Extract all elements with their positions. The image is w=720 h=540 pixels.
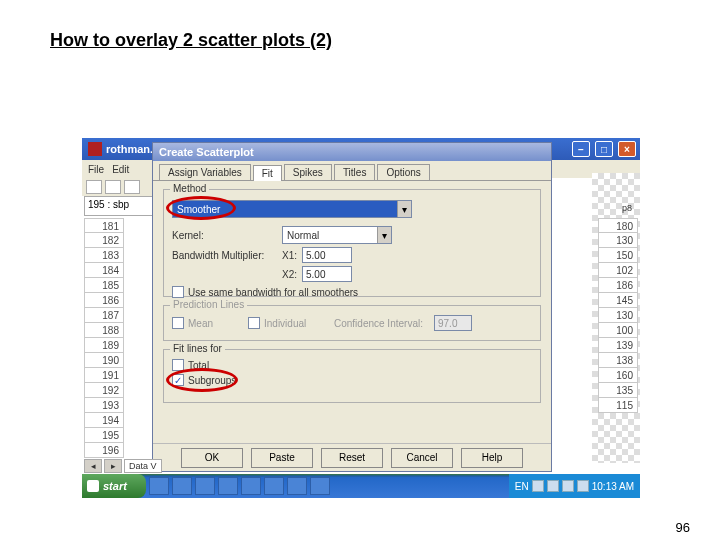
method-group: Method Smoother ▾ Kernel: Normal ▾ Bandw… xyxy=(163,189,541,297)
data-cell[interactable]: 115 xyxy=(598,398,638,413)
tray-icon[interactable] xyxy=(532,480,544,492)
data-cell[interactable]: 139 xyxy=(598,338,638,353)
taskbar-item[interactable] xyxy=(264,477,284,495)
row-header[interactable]: 193 xyxy=(84,398,124,413)
menu-edit[interactable]: Edit xyxy=(112,164,129,175)
fit-lines-title: Fit lines for xyxy=(170,343,225,354)
close-button[interactable]: × xyxy=(618,141,636,157)
individual-label: Individual xyxy=(264,318,334,329)
tab-titles[interactable]: Titles xyxy=(334,164,376,180)
tab-fit[interactable]: Fit xyxy=(253,165,282,181)
data-cell[interactable]: 102 xyxy=(598,263,638,278)
row-header[interactable]: 190 xyxy=(84,353,124,368)
row-header[interactable]: 183 xyxy=(84,248,124,263)
data-cell[interactable]: 130 xyxy=(598,233,638,248)
data-cell[interactable]: 130 xyxy=(598,308,638,323)
minimize-button[interactable]: – xyxy=(572,141,590,157)
row-header[interactable]: 185 xyxy=(84,278,124,293)
row-header[interactable]: 195 xyxy=(84,428,124,443)
total-checkbox[interactable] xyxy=(172,359,184,371)
dialog-buttons: OK Paste Reset Cancel Help xyxy=(153,443,551,471)
individual-checkbox xyxy=(248,317,260,329)
method-combo-value: Smoother xyxy=(177,204,220,215)
paste-button[interactable]: Paste xyxy=(251,448,313,468)
x1-input[interactable]: 5.00 xyxy=(302,247,352,263)
maximize-button[interactable]: □ xyxy=(595,141,613,157)
cancel-button[interactable]: Cancel xyxy=(391,448,453,468)
total-label: Total xyxy=(188,360,209,371)
data-view-tab[interactable]: Data V xyxy=(124,459,162,473)
tab-spikes[interactable]: Spikes xyxy=(284,164,332,180)
tab-options[interactable]: Options xyxy=(377,164,429,180)
x1-label: X1: xyxy=(282,250,302,261)
chevron-down-icon[interactable]: ▾ xyxy=(377,227,391,243)
same-bandwidth-checkbox[interactable] xyxy=(172,286,184,298)
taskbar-item[interactable] xyxy=(172,477,192,495)
ok-button[interactable]: OK xyxy=(181,448,243,468)
taskbar-item[interactable] xyxy=(310,477,330,495)
x2-input[interactable]: 5.00 xyxy=(302,266,352,282)
data-cell[interactable]: 180 xyxy=(598,218,638,233)
taskbar-item[interactable] xyxy=(149,477,169,495)
row-header[interactable]: 188 xyxy=(84,323,124,338)
tab-assign-variables[interactable]: Assign Variables xyxy=(159,164,251,180)
same-bandwidth-label: Use same bandwidth for all smoothers xyxy=(188,287,358,298)
row-header[interactable]: 184 xyxy=(84,263,124,278)
subgroups-checkbox[interactable]: ✓ xyxy=(172,374,184,386)
data-cell[interactable]: 160 xyxy=(598,368,638,383)
taskbar-item[interactable] xyxy=(195,477,215,495)
data-cell[interactable]: 135 xyxy=(598,383,638,398)
save-icon[interactable] xyxy=(105,180,121,194)
view-btn-1[interactable]: ◂ xyxy=(84,459,102,473)
volume-icon[interactable] xyxy=(577,480,589,492)
data-cell[interactable]: 100 xyxy=(598,323,638,338)
mean-checkbox xyxy=(172,317,184,329)
prediction-lines-group: Prediction Lines Mean Individual Confide… xyxy=(163,305,541,341)
row-header[interactable]: 181 xyxy=(84,218,124,233)
data-cell[interactable]: 150 xyxy=(598,248,638,263)
chevron-down-icon[interactable]: ▾ xyxy=(397,201,411,217)
kernel-combo-value: Normal xyxy=(287,230,319,241)
prediction-lines-title: Prediction Lines xyxy=(170,299,247,310)
start-label: start xyxy=(103,480,127,492)
mean-label: Mean xyxy=(188,318,248,329)
reset-button[interactable]: Reset xyxy=(321,448,383,468)
method-combo[interactable]: Smoother ▾ xyxy=(172,200,412,218)
row-header[interactable]: 187 xyxy=(84,308,124,323)
create-scatterplot-dialog: Create Scatterplot Assign Variables Fit … xyxy=(152,142,552,472)
taskbar-item[interactable] xyxy=(241,477,261,495)
row-header[interactable]: 182 xyxy=(84,233,124,248)
kernel-label: Kernel: xyxy=(172,230,282,241)
print-icon[interactable] xyxy=(124,180,140,194)
dialog-tabs: Assign Variables Fit Spikes Titles Optio… xyxy=(153,161,551,181)
taskbar-item[interactable] xyxy=(218,477,238,495)
tray-icon[interactable] xyxy=(547,480,559,492)
clock[interactable]: 10:13 AM xyxy=(592,481,634,492)
help-button[interactable]: Help xyxy=(461,448,523,468)
lang-indicator[interactable]: EN xyxy=(515,481,529,492)
bandwidth-label: Bandwidth Multiplier: xyxy=(172,250,282,261)
menu-file[interactable]: File xyxy=(88,164,104,175)
cell-indicator: 195 : sbp xyxy=(84,196,156,216)
taskbar-item[interactable] xyxy=(287,477,307,495)
row-header[interactable]: 186 xyxy=(84,293,124,308)
open-icon[interactable] xyxy=(86,180,102,194)
tray-icon[interactable] xyxy=(562,480,574,492)
data-cell[interactable]: 145 xyxy=(598,293,638,308)
row-header[interactable]: 196 xyxy=(84,443,124,458)
method-group-title: Method xyxy=(170,183,209,194)
row-header[interactable]: 191 xyxy=(84,368,124,383)
row-header[interactable]: 189 xyxy=(84,338,124,353)
kernel-combo[interactable]: Normal ▾ xyxy=(282,226,392,244)
start-button[interactable]: start xyxy=(82,474,146,498)
windows-logo-icon xyxy=(87,480,99,492)
column-header-p8[interactable]: p8 xyxy=(622,203,632,213)
slide-title: How to overlay 2 scatter plots (2) xyxy=(50,30,332,51)
row-header[interactable]: 194 xyxy=(84,413,124,428)
row-header[interactable]: 192 xyxy=(84,383,124,398)
data-cell[interactable]: 138 xyxy=(598,353,638,368)
spss-icon xyxy=(88,142,102,156)
view-btn-2[interactable]: ▸ xyxy=(104,459,122,473)
data-cell[interactable]: 186 xyxy=(598,278,638,293)
screenshot-area: rothman.s – □ × File Edit 195 : sbp 181 … xyxy=(82,138,640,498)
